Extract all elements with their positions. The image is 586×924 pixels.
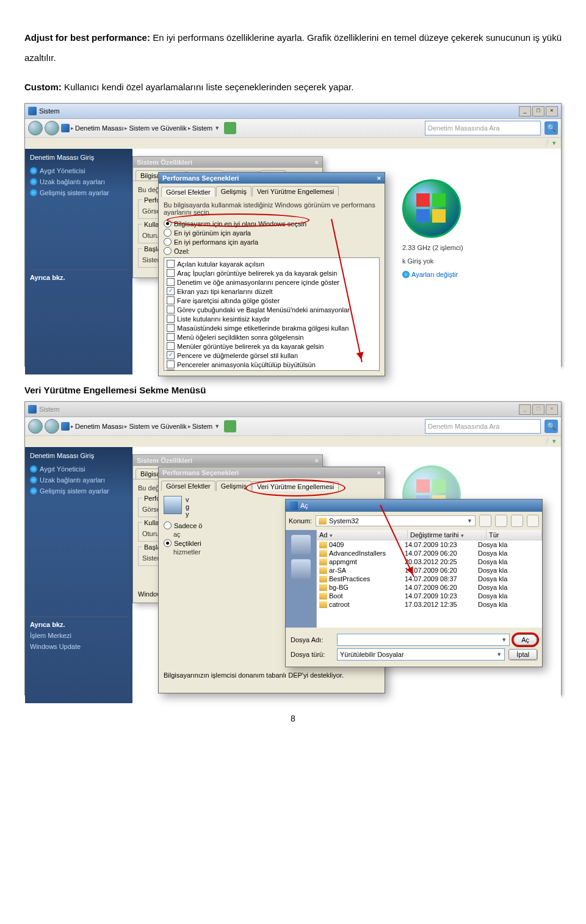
check-row[interactable]: Pencereler animasyonla küçültülüp büyütü… (165, 360, 378, 369)
close-icon[interactable]: × (315, 159, 319, 166)
nav-back-button[interactable] (28, 121, 43, 135)
check-row[interactable]: Menü öğeleri seçildikten sonra gölgelens… (165, 332, 378, 342)
new-folder-icon[interactable] (511, 515, 523, 527)
gear-icon (30, 167, 37, 174)
tab-dep[interactable]: Veri Yürütme Engellemesi (252, 186, 339, 196)
file-row[interactable]: catroot17.03.2012 12:35Dosya kla (317, 600, 542, 609)
sidebar-link-devices[interactable]: Aygıt Yöneticisi (30, 465, 128, 473)
perf-titlebar[interactable]: Performans Seçenekleri × (159, 173, 385, 184)
help-bar: ❔ ▾ (25, 436, 561, 447)
sidebar-link-action-center[interactable]: İşlem Merkezi (30, 632, 128, 639)
close-icon[interactable]: × (315, 457, 319, 464)
sidebar-link-advanced[interactable]: Gelişmiş sistem ayarlar (30, 189, 128, 196)
radio-best-appearance[interactable]: En iyi görünüm için ayarla (164, 229, 380, 237)
nav-forward-button[interactable] (45, 419, 59, 434)
check-row[interactable]: Pencerelerin altında gölge göster (165, 369, 378, 371)
close-button[interactable]: × (546, 106, 558, 116)
check-row[interactable]: Görev çubuğundaki ve Başlat Menüsü'ndeki… (165, 305, 378, 314)
cancel-button[interactable]: İptal (508, 649, 537, 660)
close-button[interactable]: × (546, 404, 558, 415)
nav-forward-button[interactable] (45, 121, 59, 135)
search-go-button[interactable]: 🔍 (544, 420, 558, 433)
check-row[interactable]: Masaüstündeki simge etiketlerinde bırakm… (165, 323, 378, 332)
window-titlebar[interactable]: Sistem _ □ × (25, 104, 561, 119)
folder-icon (319, 593, 327, 600)
file-row[interactable]: Boot14.07.2009 10:23Dosya kla (317, 592, 542, 600)
back-icon[interactable] (479, 515, 491, 527)
location-dropdown[interactable]: System32 ▼ (316, 515, 476, 526)
dropdown-chevron-icon[interactable]: ▼ (214, 125, 220, 131)
open-dialog-titlebar[interactable]: Aç (286, 500, 542, 512)
window-titlebar[interactable]: Sistem _ □ × (25, 402, 561, 417)
checkbox-icon (167, 370, 175, 371)
views-icon[interactable] (527, 515, 539, 527)
change-settings-link[interactable]: Ayarları değiştir (402, 271, 549, 278)
check-row[interactable]: Araç İpuçları görüntüye belirerek ya da … (165, 268, 378, 278)
search-input[interactable]: Denetim Masasında Ara (425, 121, 541, 135)
search-go-button[interactable]: 🔍 (544, 121, 558, 135)
refresh-button[interactable] (224, 420, 236, 432)
file-row[interactable]: AdvancedInstallers14.07.2009 06:20Dosya … (317, 549, 542, 557)
folder-icon (319, 542, 327, 548)
checkbox-icon (167, 278, 175, 286)
checkbox-icon (167, 342, 175, 350)
sidebar-link-devices[interactable]: Aygıt Yöneticisi (30, 167, 128, 174)
dialog-titlebar[interactable]: Sistem Özellikleri × (133, 157, 322, 168)
sidebar-link-remote[interactable]: Uzak bağlantı ayarları (30, 178, 128, 185)
tab-dep[interactable]: Veri Yürütme Engellemesi (252, 481, 339, 492)
check-row[interactable]: Menüler görüntüye belirerek ya da kayara… (165, 342, 378, 351)
radio-let-windows[interactable]: Bilgisayarım için en iyi olanı Windows s… (164, 220, 380, 227)
sidebar-link-windows-update[interactable]: Windows Update (30, 643, 128, 650)
perf-tab-row: Görsel Efektler Gelişmiş Veri Yürütme En… (159, 478, 385, 491)
refresh-button[interactable] (224, 122, 236, 134)
sidebar-heading[interactable]: Denetim Masası Giriş (30, 452, 128, 459)
system-info-panel: 2.33 GHz (2 işlemci) k Giriş yok Ayarlar… (402, 173, 549, 284)
tab-perf-advanced[interactable]: Gelişmiş (216, 481, 251, 491)
search-input[interactable]: Denetim Masasında Ara (425, 419, 541, 434)
breadcrumb[interactable]: ▸ Denetim Masası ▸ Sistem ve Güvenlik ▸ … (61, 422, 212, 431)
dropdown-chevron-icon[interactable]: ▼ (214, 423, 220, 429)
tab-visual-effects[interactable]: Görsel Efektler (161, 481, 215, 491)
file-list[interactable]: Ad ▾ Değiştirme tarihi ▾ Tür 040914.07.2… (317, 530, 542, 628)
radio-custom[interactable]: Özel: (164, 247, 380, 255)
radio-icon (164, 521, 172, 529)
checkbox-icon (167, 296, 175, 304)
filetype-dropdown[interactable]: Yürütülebilir Dosyalar ▼ (337, 648, 505, 661)
minimize-button[interactable]: _ (519, 404, 531, 415)
main-panel: Sistem Özellikleri × Bilgisayar Adı Dona… (132, 447, 561, 703)
file-row[interactable]: BestPractices14.07.2009 08:37Dosya kla (317, 575, 542, 583)
open-button[interactable]: Aç (513, 634, 537, 645)
recent-places-icon[interactable] (291, 535, 311, 554)
radio-best-performance[interactable]: En iyi performans için ayarla (164, 238, 380, 246)
nav-back-button[interactable] (28, 419, 43, 434)
nav-toolbar: ▸ Denetim Masası ▸ Sistem ve Güvenlik ▸ … (25, 417, 561, 436)
file-row[interactable]: appmgmt20.03.2012 20:25Dosya kla (317, 557, 542, 566)
close-icon[interactable]: × (377, 469, 381, 476)
check-row[interactable]: Açılan kutular kayarak açılsın (165, 259, 378, 268)
maximize-button[interactable]: □ (532, 106, 544, 116)
tab-perf-advanced[interactable]: Gelişmiş (216, 186, 251, 196)
column-type[interactable]: Tür (487, 530, 542, 540)
file-row[interactable]: ar-SA14.07.2009 06:20Dosya kla (317, 566, 542, 575)
perf-titlebar[interactable]: Performans Seçenekleri × (159, 467, 385, 478)
check-row[interactable]: ✓Pencere ve düğmelerde görsel stil kulla… (165, 351, 378, 360)
tab-visual-effects[interactable]: Görsel Efektler (161, 187, 215, 197)
visual-effects-list[interactable]: Açılan kutular kayarak açılsınAraç İpuçl… (164, 257, 380, 371)
breadcrumb-icon (61, 124, 70, 132)
check-row[interactable]: Fare işaretçisi altında gölge göster (165, 296, 378, 305)
maximize-button[interactable]: □ (532, 404, 544, 415)
file-row[interactable]: 040914.07.2009 10:23Dosya kla (317, 540, 542, 549)
dialog-titlebar[interactable]: Sistem Özellikleri × (133, 455, 322, 466)
close-icon[interactable]: × (377, 174, 381, 182)
sidebar-heading[interactable]: Denetim Masası Giriş (30, 154, 128, 161)
check-row[interactable]: Liste kutularını kesintisiz kaydır (165, 314, 378, 323)
minimize-button[interactable]: _ (519, 106, 531, 116)
desktop-icon[interactable] (291, 559, 311, 579)
up-icon[interactable] (495, 515, 507, 527)
breadcrumb[interactable]: ▸ Denetim Masası ▸ Sistem ve Güvenlik ▸ … (61, 124, 212, 132)
file-row[interactable]: bg-BG14.07.2009 06:20Dosya kla (317, 583, 542, 592)
sidebar-link-remote[interactable]: Uzak bağlantı ayarları (30, 476, 128, 484)
column-date[interactable]: Değiştirme tarihi ▾ (408, 530, 487, 540)
sidebar-link-advanced[interactable]: Gelişmiş sistem ayarlar (30, 487, 128, 495)
filename-input[interactable]: ▼ (337, 634, 510, 646)
